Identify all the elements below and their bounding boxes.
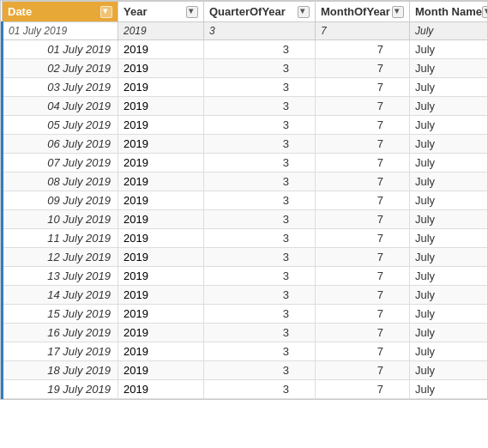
cell-quarter: 3 xyxy=(204,154,316,173)
cell-month: 7 xyxy=(316,210,410,229)
cell-month: 7 xyxy=(316,361,410,380)
table-row[interactable]: 06 July 2019201937July xyxy=(3,135,489,154)
cell-date: 16 July 2019 xyxy=(3,324,118,342)
cell-year: 2019 xyxy=(118,135,204,154)
sub-header-month: 7 xyxy=(316,22,410,40)
cell-year: 2019 xyxy=(118,305,204,324)
table-row[interactable]: 14 July 2019201937July xyxy=(3,286,489,305)
cell-date: 02 July 2019 xyxy=(3,59,118,78)
cell-date: 04 July 2019 xyxy=(3,97,118,116)
cell-month: 7 xyxy=(316,324,410,342)
cell-year: 2019 xyxy=(118,380,204,399)
table-row[interactable]: 01 July 2019201937July xyxy=(3,40,489,59)
cell-monthname: July xyxy=(410,248,489,267)
cell-monthname: July xyxy=(410,116,489,135)
cell-date: 19 July 2019 xyxy=(3,380,118,399)
cell-year: 2019 xyxy=(118,97,204,116)
table-row[interactable]: 18 July 2019201937July xyxy=(3,361,489,380)
cell-year: 2019 xyxy=(118,173,204,191)
cell-monthname: July xyxy=(410,191,489,210)
cell-month: 7 xyxy=(316,229,410,248)
col-label-monthname: Month Name xyxy=(415,5,482,18)
cell-year: 2019 xyxy=(118,59,204,78)
table-row[interactable]: 10 July 2019201937July xyxy=(3,210,489,229)
cell-monthname: July xyxy=(410,286,489,305)
cell-quarter: 3 xyxy=(204,380,316,399)
filter-icon-year[interactable] xyxy=(186,6,198,18)
cell-date: 12 July 2019 xyxy=(3,248,118,267)
table-row[interactable]: 11 July 2019201937July xyxy=(3,229,489,248)
cell-quarter: 3 xyxy=(204,229,316,248)
cell-quarter: 3 xyxy=(204,116,316,135)
cell-monthname: July xyxy=(410,267,489,286)
cell-quarter: 3 xyxy=(204,267,316,286)
col-header-monthname: Month Name xyxy=(410,2,489,22)
sub-header-monthname: July xyxy=(410,22,489,40)
cell-quarter: 3 xyxy=(204,173,316,191)
cell-year: 2019 xyxy=(118,342,204,361)
table-row[interactable]: 02 July 2019201937July xyxy=(3,59,489,78)
cell-date: 06 July 2019 xyxy=(3,135,118,154)
sub-header-quarter: 3 xyxy=(204,22,316,40)
cell-date: 09 July 2019 xyxy=(3,191,118,210)
cell-month: 7 xyxy=(316,78,410,97)
cell-quarter: 3 xyxy=(204,305,316,324)
table-row[interactable]: 15 July 2019201937July xyxy=(3,305,489,324)
cell-monthname: July xyxy=(410,361,489,380)
filter-icon-quarter[interactable] xyxy=(298,6,310,18)
cell-quarter: 3 xyxy=(204,59,316,78)
sub-header-year: 2019 xyxy=(118,22,204,40)
cell-quarter: 3 xyxy=(204,342,316,361)
cell-date: 03 July 2019 xyxy=(3,78,118,97)
cell-year: 2019 xyxy=(118,286,204,305)
cell-monthname: July xyxy=(410,173,489,191)
table-row[interactable]: 04 July 2019201937July xyxy=(3,97,489,116)
col-label-month: MonthOfYear xyxy=(321,5,390,18)
table-row[interactable]: 07 July 2019201937July xyxy=(3,154,489,173)
col-header-year: Year xyxy=(118,2,204,22)
cell-year: 2019 xyxy=(118,154,204,173)
col-label-date: Date xyxy=(8,5,32,18)
filter-icon-monthname[interactable] xyxy=(482,6,488,18)
table-row[interactable]: 09 July 2019201937July xyxy=(3,191,489,210)
cell-year: 2019 xyxy=(118,78,204,97)
table-row[interactable]: 19 July 2019201937July xyxy=(3,380,489,399)
filter-icon-date[interactable] xyxy=(100,6,112,18)
cell-year: 2019 xyxy=(118,116,204,135)
cell-year: 2019 xyxy=(118,229,204,248)
cell-year: 2019 xyxy=(118,210,204,229)
cell-year: 2019 xyxy=(118,40,204,59)
cell-quarter: 3 xyxy=(204,40,316,59)
cell-date: 08 July 2019 xyxy=(3,173,118,191)
cell-monthname: July xyxy=(410,135,489,154)
cell-monthname: July xyxy=(410,229,489,248)
data-table: DateYearQuarterOfYearMonthOfYearMonth Na… xyxy=(0,0,488,400)
table-row[interactable]: 05 July 2019201937July xyxy=(3,116,489,135)
cell-month: 7 xyxy=(316,286,410,305)
cell-date: 05 July 2019 xyxy=(3,116,118,135)
col-header-month: MonthOfYear xyxy=(316,2,410,22)
filter-icon-month[interactable] xyxy=(392,6,404,18)
cell-date: 11 July 2019 xyxy=(3,229,118,248)
table-row[interactable]: 17 July 2019201937July xyxy=(3,342,489,361)
cell-month: 7 xyxy=(316,248,410,267)
table-row[interactable]: 16 July 2019201937July xyxy=(3,324,489,342)
cell-year: 2019 xyxy=(118,361,204,380)
cell-quarter: 3 xyxy=(204,210,316,229)
cell-date: 07 July 2019 xyxy=(3,154,118,173)
cell-monthname: July xyxy=(410,78,489,97)
cell-year: 2019 xyxy=(118,267,204,286)
cell-month: 7 xyxy=(316,267,410,286)
cell-month: 7 xyxy=(316,380,410,399)
table-row[interactable]: 03 July 2019201937July xyxy=(3,78,489,97)
cell-monthname: July xyxy=(410,97,489,116)
cell-month: 7 xyxy=(316,173,410,191)
cell-month: 7 xyxy=(316,59,410,78)
cell-quarter: 3 xyxy=(204,191,316,210)
cell-month: 7 xyxy=(316,154,410,173)
table-row[interactable]: 12 July 2019201937July xyxy=(3,248,489,267)
cell-quarter: 3 xyxy=(204,248,316,267)
table-row[interactable]: 13 July 2019201937July xyxy=(3,267,489,286)
table-row[interactable]: 08 July 2019201937July xyxy=(3,173,489,191)
cell-quarter: 3 xyxy=(204,135,316,154)
